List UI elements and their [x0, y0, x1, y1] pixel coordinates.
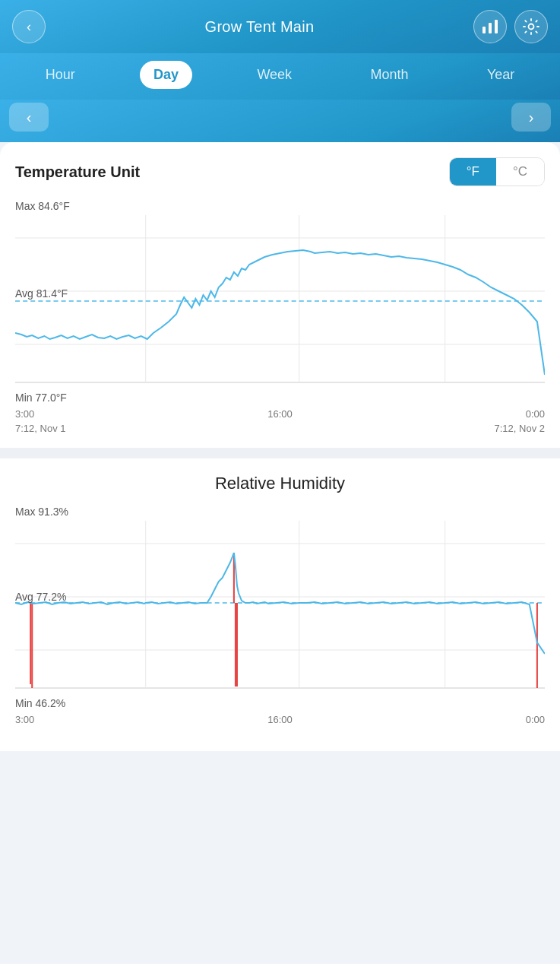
- humidity-avg-label: Avg 77.2%: [15, 591, 66, 603]
- unit-toggle: °F °C: [449, 157, 545, 186]
- temperature-chart-section: Max 84.6°F Avg 81.4°F Min 77.0°F: [15, 200, 545, 442]
- humidity-max-label: Max 91.3%: [15, 506, 545, 518]
- time-labels: 3:00 16:00 0:00: [15, 405, 545, 421]
- svg-point-3: [528, 24, 533, 30]
- unit-row: Temperature Unit °F °C: [15, 157, 545, 186]
- time-label-end: 0:00: [369, 408, 545, 420]
- humidity-chart: Avg 77.2%: [15, 521, 545, 696]
- celsius-button[interactable]: °C: [496, 158, 544, 186]
- time-label-mid: 16:00: [191, 408, 368, 420]
- temp-min-label: Min 77.0°F: [15, 392, 67, 404]
- header-title: Grow Tent Main: [205, 18, 315, 36]
- temperature-card: Temperature Unit °F °C Max 84.6°F: [0, 142, 560, 751]
- fahrenheit-button[interactable]: °F: [450, 158, 496, 186]
- humidity-time-end: 0:00: [369, 714, 545, 725]
- tab-month[interactable]: Month: [356, 61, 422, 89]
- time-tabs: Hour Day Week Month Year: [0, 53, 560, 100]
- humidity-time-mid: 16:00: [191, 714, 368, 725]
- temp-max-label: Max 84.6°F: [15, 200, 545, 212]
- humidity-time-labels: 3:00 16:00 0:00: [15, 711, 545, 727]
- humidity-min-label: Min 46.2%: [15, 697, 65, 709]
- chart-icon-button[interactable]: [473, 10, 507, 43]
- svg-rect-0: [482, 27, 486, 33]
- prev-button[interactable]: ‹: [9, 103, 49, 132]
- date-end: 7:12, Nov 2: [495, 423, 546, 434]
- humidity-title: Relative Humidity: [15, 474, 545, 493]
- back-button[interactable]: ‹: [12, 10, 46, 43]
- next-button[interactable]: ›: [511, 103, 551, 132]
- tab-day[interactable]: Day: [140, 61, 192, 89]
- date-labels: 7:12, Nov 1 7:12, Nov 2: [15, 421, 545, 442]
- date-start: 7:12, Nov 1: [15, 423, 66, 434]
- time-label-start: 3:00: [15, 408, 191, 420]
- tab-hour[interactable]: Hour: [32, 61, 89, 89]
- svg-rect-2: [495, 20, 498, 33]
- nav-row: ‹ ›: [0, 100, 560, 142]
- section-divider: [0, 448, 560, 458]
- temp-avg-label: Avg 81.4°F: [15, 287, 68, 300]
- tab-week[interactable]: Week: [243, 61, 305, 89]
- unit-label: Temperature Unit: [15, 163, 140, 181]
- header-icons: [473, 10, 548, 43]
- humidity-section: Relative Humidity Max 91.3%: [0, 458, 560, 739]
- svg-rect-1: [489, 23, 492, 33]
- settings-icon-button[interactable]: [514, 10, 548, 43]
- tab-year[interactable]: Year: [473, 61, 528, 89]
- header: ‹ Grow Tent Main: [0, 0, 560, 53]
- temperature-chart: Avg 81.4°F: [15, 215, 545, 390]
- humidity-time-start: 3:00: [15, 714, 191, 725]
